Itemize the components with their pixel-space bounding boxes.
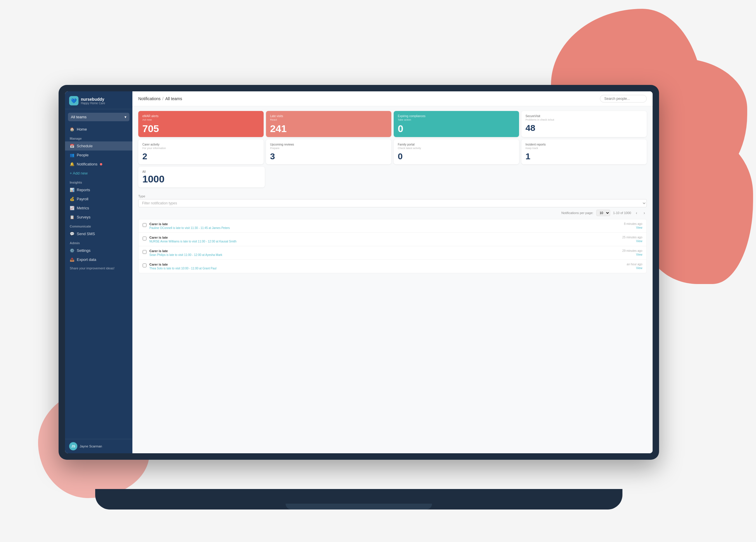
sidebar-item-surveys[interactable]: 📋 Surveys bbox=[65, 213, 132, 222]
notif-sub-3: Sean Philips is late to visit 11:00 - 12… bbox=[149, 253, 610, 257]
notif-meta-2: 25 minutes ago View bbox=[613, 236, 642, 243]
secure-visit-sublabel: Problems in check in/out bbox=[525, 118, 643, 121]
sidebar-notifications-label: Notifications bbox=[77, 162, 98, 166]
sms-icon: 💬 bbox=[70, 232, 74, 236]
sidebar-item-export[interactable]: 📤 Export data bbox=[65, 255, 132, 264]
sidebar-item-reports[interactable]: 📊 Reports bbox=[65, 185, 132, 195]
placeholder-area bbox=[267, 167, 647, 188]
secure-visit-value: 48 bbox=[525, 124, 643, 132]
type-filter-label: Type bbox=[138, 195, 647, 198]
sidebar-item-metrics[interactable]: 📈 Metrics bbox=[65, 204, 132, 213]
emar-sublabel: Act now bbox=[142, 118, 260, 121]
notif-checkbox-1[interactable] bbox=[143, 223, 146, 227]
emar-value: 705 bbox=[142, 124, 260, 134]
notif-row-3: Carer is late Sean Philips is late to vi… bbox=[139, 246, 646, 260]
stat-card-family-portal[interactable]: Family portal Check latest activity 0 bbox=[394, 139, 519, 164]
notif-view-3[interactable]: View bbox=[636, 253, 643, 256]
notifications-list: Carer is late Pauline OConnell is late t… bbox=[138, 219, 647, 273]
stat-card-carer-activity[interactable]: Carer activity For your information 2 bbox=[138, 139, 264, 164]
logo-sub: Happy Home Care bbox=[81, 102, 105, 105]
surveys-icon: 📋 bbox=[70, 215, 74, 219]
team-selector[interactable]: All teams ▾ bbox=[68, 113, 129, 121]
upcoming-reviews-label: Upcoming reviews bbox=[270, 143, 387, 146]
stat-card-incident-reports[interactable]: Incident reports Keep track 1 bbox=[521, 139, 647, 164]
sidebar-metrics-label: Metrics bbox=[77, 206, 89, 210]
settings-icon: ⚙️ bbox=[70, 248, 74, 253]
logo-text: nursebuddy Happy Home Care bbox=[81, 97, 105, 105]
laptop-screen: 💙 nursebuddy Happy Home Care All teams ▾… bbox=[65, 91, 653, 453]
incident-reports-label: Incident reports bbox=[525, 143, 643, 146]
stats-row-2: Carer activity For your information 2 Up… bbox=[138, 139, 647, 164]
team-selector-label: All teams bbox=[71, 115, 86, 119]
metrics-icon: 📈 bbox=[70, 206, 74, 210]
notif-content-4: Carer is late Thea Solo is late to visit… bbox=[149, 263, 610, 270]
notif-meta-3: 29 minutes ago View bbox=[613, 249, 642, 256]
sidebar: 💙 nursebuddy Happy Home Care All teams ▾… bbox=[65, 91, 132, 453]
sidebar-item-settings[interactable]: ⚙️ Settings bbox=[65, 246, 132, 255]
expiring-value: 0 bbox=[398, 124, 515, 134]
notif-checkbox-2[interactable] bbox=[143, 237, 146, 241]
dashboard-area: eMAR alerts Act now 705 Late visits Reac… bbox=[132, 106, 653, 195]
notif-checkbox-4[interactable] bbox=[143, 264, 146, 268]
expiring-sublabel: Take action bbox=[398, 118, 515, 121]
stats-row-1: eMAR alerts Act now 705 Late visits Reac… bbox=[138, 111, 647, 137]
notif-meta-4: an hour ago View bbox=[613, 263, 642, 270]
notif-sub-1: Pauline OConnell is late to visit 11:30 … bbox=[149, 226, 610, 230]
search-input[interactable] bbox=[600, 95, 647, 103]
sidebar-item-payroll[interactable]: 💰 Payroll bbox=[65, 195, 132, 204]
sidebar-add-new[interactable]: + Add new bbox=[65, 169, 132, 178]
sidebar-item-notifications[interactable]: 🔔 Notifications bbox=[65, 160, 132, 169]
user-name-label: Jayne Scarman bbox=[80, 444, 102, 448]
table-controls: Notifications per page: 10 1-10 of 1000 … bbox=[138, 210, 647, 216]
notification-type-select[interactable]: Filter notification types bbox=[138, 199, 647, 207]
stat-card-upcoming-reviews[interactable]: Upcoming reviews Prepare 3 bbox=[266, 139, 391, 164]
family-portal-sublabel: Check latest activity bbox=[398, 147, 515, 150]
notif-title-4: Carer is late bbox=[149, 263, 610, 266]
notification-indicator bbox=[100, 163, 102, 166]
prev-page-button[interactable]: ‹ bbox=[634, 210, 639, 216]
notif-sub-4: Thea Solo is late to visit 10:00 - 11:00… bbox=[149, 267, 610, 270]
notif-title-1: Carer is late bbox=[149, 222, 610, 226]
sidebar-add-new-label: + Add new bbox=[70, 171, 88, 176]
stat-card-emar[interactable]: eMAR alerts Act now 705 bbox=[138, 111, 264, 137]
stat-card-expiring[interactable]: Expiring compliances Take action 0 bbox=[394, 111, 519, 137]
sidebar-export-label: Export data bbox=[77, 258, 96, 262]
sidebar-item-schedule[interactable]: 📅 Schedule bbox=[65, 142, 132, 151]
sidebar-surveys-label: Surveys bbox=[77, 215, 91, 219]
notif-title-3: Carer is late bbox=[149, 249, 610, 253]
notifications-area: Type Filter notification types Notificat… bbox=[132, 195, 653, 278]
notif-row-2: Carer is late NURSE Annie Williams is la… bbox=[139, 233, 646, 246]
schedule-icon: 📅 bbox=[70, 144, 74, 148]
stat-card-all[interactable]: All 1000 bbox=[138, 167, 265, 188]
emar-label: eMAR alerts bbox=[142, 115, 260, 118]
sidebar-home-label: Home bbox=[77, 127, 87, 132]
sidebar-item-home[interactable]: 🏠 Home bbox=[65, 125, 132, 134]
stat-card-secure-visit[interactable]: SecureVisit Problems in check in/out 48 bbox=[521, 111, 647, 137]
notif-checkbox-3[interactable] bbox=[143, 250, 146, 254]
notifications-icon: 🔔 bbox=[70, 162, 74, 166]
notif-view-1[interactable]: View bbox=[636, 226, 643, 229]
sidebar-people-label: People bbox=[77, 153, 88, 157]
notif-time-3: 29 minutes ago bbox=[613, 249, 642, 253]
upcoming-reviews-sublabel: Prepare bbox=[270, 147, 387, 150]
sidebar-item-people[interactable]: 👥 People bbox=[65, 151, 132, 160]
per-page-select[interactable]: 10 bbox=[596, 210, 610, 216]
avatar: JS bbox=[69, 442, 77, 450]
sidebar-item-send-sms[interactable]: 💬 Send SMS bbox=[65, 229, 132, 238]
notif-content-2: Carer is late NURSE Annie Williams is la… bbox=[149, 236, 610, 243]
next-page-button[interactable]: › bbox=[642, 210, 647, 216]
carer-activity-sublabel: For your information bbox=[142, 147, 260, 150]
notif-view-2[interactable]: View bbox=[636, 240, 643, 243]
share-ideas-link[interactable]: Share your improvement ideas! bbox=[65, 264, 132, 272]
sidebar-settings-label: Settings bbox=[77, 248, 91, 253]
breadcrumb-separator: / bbox=[162, 96, 163, 101]
upcoming-reviews-value: 3 bbox=[270, 152, 387, 161]
late-visits-value: 241 bbox=[270, 124, 387, 134]
sidebar-section-communicate: Communicate bbox=[65, 222, 132, 229]
home-icon: 🏠 bbox=[70, 127, 74, 132]
notif-view-4[interactable]: View bbox=[636, 267, 643, 270]
notif-meta-1: 8 minutes ago View bbox=[613, 222, 642, 229]
breadcrumb-sub: All teams bbox=[165, 96, 182, 101]
stat-card-late-visits[interactable]: Late visits React 241 bbox=[266, 111, 391, 137]
logo-name: nursebuddy bbox=[81, 97, 105, 102]
